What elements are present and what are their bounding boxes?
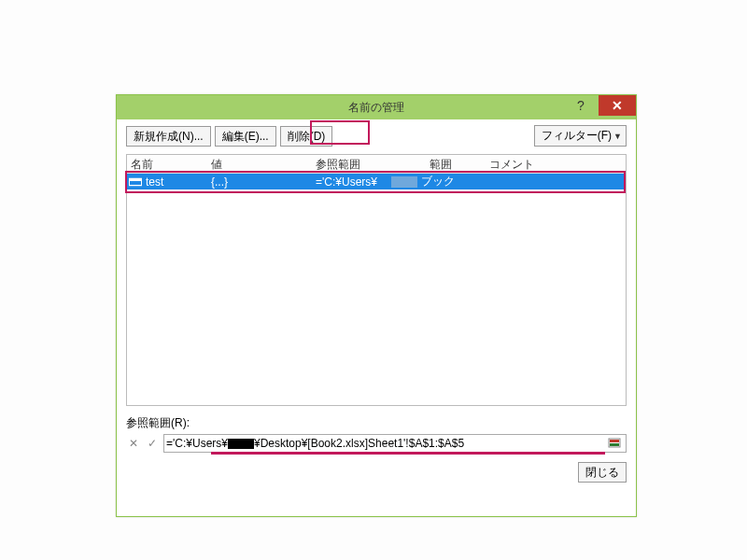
cell-scope: ブック	[417, 174, 490, 189]
refers-to-row: ✕ ✓ ='C:¥Users¥¥Desktop¥[Book2.xlsx]Shee…	[126, 434, 627, 453]
col-header-value[interactable]: 値	[207, 155, 312, 173]
dialog-body: 新規作成(N)... 編集(E)... 削除(D) フィルター(F) ▼ 名前 …	[117, 119, 636, 516]
help-button[interactable]: ?	[563, 95, 599, 116]
name-icon	[127, 176, 142, 188]
filter-label: フィルター(F)	[542, 128, 612, 144]
delete-button[interactable]: 削除(D)	[280, 126, 333, 147]
svg-rect-2	[130, 179, 141, 181]
cell-refers: ='C:¥Users¥	[312, 175, 391, 189]
col-header-name[interactable]: 名前	[127, 155, 207, 173]
col-header-refers[interactable]: 参照範囲	[312, 155, 426, 173]
cell-value: {...}	[207, 175, 312, 189]
close-window-button[interactable]	[599, 95, 636, 116]
window-title: 名前の管理	[348, 100, 404, 116]
refers-to-label: 参照範囲(R):	[126, 415, 627, 431]
col-header-scope[interactable]: 範囲	[426, 155, 486, 173]
commit-edit-icon[interactable]: ✓	[145, 436, 160, 451]
name-manager-dialog: 名前の管理 ? 新規作成(N)... 編集(E)... 削除(D) フィルター(…	[116, 94, 637, 517]
redacted-mask	[391, 176, 417, 188]
svg-rect-5	[610, 443, 619, 446]
redacted-mask	[228, 439, 254, 449]
new-button[interactable]: 新規作成(N)...	[126, 126, 211, 147]
edit-button[interactable]: 編集(E)...	[215, 126, 276, 147]
svg-rect-4	[610, 440, 619, 442]
titlebar-buttons: ?	[563, 95, 636, 119]
range-picker-icon[interactable]	[607, 436, 624, 451]
list-header: 名前 値 参照範囲 範囲 コメント	[127, 155, 626, 174]
filter-button[interactable]: フィルター(F) ▼	[534, 125, 627, 147]
dialog-footer: 閉じる	[126, 462, 627, 483]
cell-name: test	[142, 175, 207, 189]
table-row[interactable]: test {...} ='C:¥Users¥ ブック	[127, 174, 626, 189]
cancel-edit-icon[interactable]: ✕	[126, 436, 141, 451]
col-header-comment[interactable]: コメント	[486, 155, 626, 173]
refers-to-input[interactable]: ='C:¥Users¥¥Desktop¥[Book2.xlsx]Sheet1'!…	[163, 434, 627, 453]
titlebar: 名前の管理 ?	[117, 95, 636, 119]
close-button[interactable]: 閉じる	[578, 462, 627, 483]
names-list[interactable]: 名前 値 参照範囲 範囲 コメント test {...} ='C:¥Users¥…	[126, 154, 627, 406]
refers-value-suffix: ¥Desktop¥[Book2.xlsx]Sheet1'!$A$1:$A$5	[254, 437, 464, 450]
toolbar: 新規作成(N)... 編集(E)... 削除(D) フィルター(F) ▼	[126, 125, 627, 147]
annotation-underline	[211, 452, 605, 455]
chevron-down-icon: ▼	[613, 132, 622, 141]
refers-value-prefix: ='C:¥Users¥	[166, 437, 228, 450]
refers-to-section: 参照範囲(R): ✕ ✓ ='C:¥Users¥¥Desktop¥[Book2.…	[126, 415, 627, 453]
